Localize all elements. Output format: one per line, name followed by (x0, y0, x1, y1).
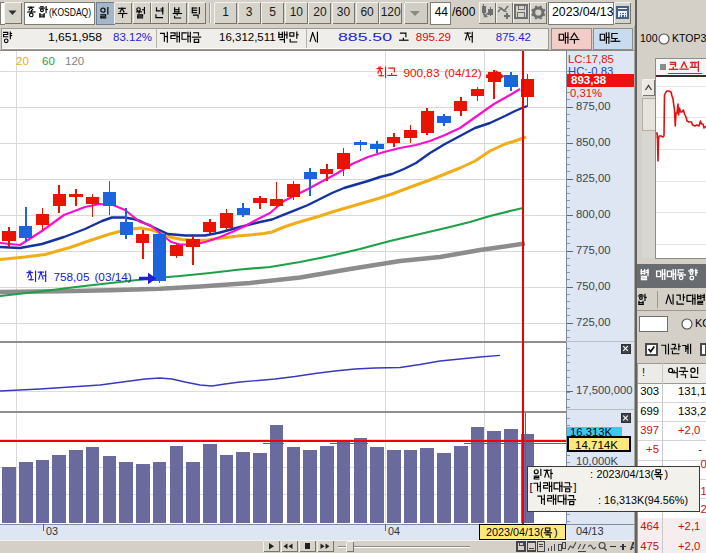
svg-text:120: 120 (65, 55, 84, 67)
svg-text:44: 44 (435, 5, 449, 19)
svg-text:+2,1: +2,1 (678, 520, 700, 532)
svg-text:20: 20 (16, 55, 29, 67)
svg-text:725,00: 725,00 (576, 316, 611, 328)
svg-text:750,00: 750,00 (576, 280, 611, 292)
svg-text:60: 60 (360, 5, 374, 19)
svg-text:825,00: 825,00 (576, 172, 611, 184)
svg-text:20: 20 (313, 5, 327, 19)
svg-text:0,31%: 0,31% (570, 87, 602, 99)
svg-text:895.29: 895.29 (416, 31, 451, 43)
svg-text:(04/12): (04/12) (444, 66, 481, 80)
svg-text:1: 1 (701, 485, 706, 497)
svg-text:!: ! (642, 366, 645, 378)
svg-text:2023/04/13(: 2023/04/13( (486, 526, 544, 538)
svg-text:2023/04/13: 2023/04/13 (552, 5, 614, 19)
svg-text:775,00: 775,00 (576, 244, 611, 256)
svg-text:0: 0 (701, 458, 706, 470)
svg-text::: : (590, 468, 593, 480)
svg-text:10: 10 (290, 5, 304, 19)
svg-text:850,00: 850,00 (576, 136, 611, 148)
svg-text:16,312,511: 16,312,511 (219, 31, 276, 43)
svg-text:-: - (698, 443, 702, 455)
svg-text:): ) (554, 526, 558, 538)
svg-text:+5: +5 (646, 443, 659, 455)
svg-text:]: ] (574, 481, 577, 493)
svg-text:04: 04 (388, 525, 400, 537)
svg-text:(KOSDAQ): (KOSDAQ) (49, 6, 91, 18)
svg-text:10,000K: 10,000K (576, 455, 619, 467)
svg-text:(03/14): (03/14) (94, 270, 131, 284)
svg-text:397: 397 (640, 424, 659, 436)
svg-text:900,83: 900,83 (403, 66, 440, 80)
svg-text:83.12%: 83.12% (113, 31, 152, 43)
svg-text:/600: /600 (452, 5, 476, 19)
svg-text:2023/04/13(: 2023/04/13( (597, 468, 655, 480)
svg-text:758,05: 758,05 (53, 270, 90, 284)
svg-text:1: 1 (222, 5, 229, 19)
svg-text:133,2: 133,2 (678, 405, 706, 417)
svg-text:100: 100 (640, 32, 658, 44)
svg-text:+2,0: +2,0 (678, 540, 700, 552)
svg-text:14,714K: 14,714K (575, 439, 618, 451)
svg-text:30: 30 (337, 5, 351, 19)
svg-text:[: [ (530, 481, 533, 493)
svg-text:875.42: 875.42 (496, 31, 531, 43)
svg-text:04/13: 04/13 (576, 525, 604, 537)
svg-text::: : (598, 494, 601, 506)
svg-text:800,00: 800,00 (576, 208, 611, 220)
svg-text:1,651,958: 1,651,958 (48, 31, 102, 43)
svg-text:KTOP30: KTOP30 (672, 32, 706, 44)
svg-text:3: 3 (246, 5, 253, 19)
svg-text:2: 2 (701, 503, 706, 515)
svg-text:303: 303 (640, 385, 659, 397)
svg-text:17,500,000: 17,500,000 (576, 384, 633, 396)
svg-text:464: 464 (640, 520, 659, 532)
svg-text:885.50: 885.50 (338, 31, 392, 43)
svg-text:875,00: 875,00 (576, 100, 611, 112)
svg-text:5: 5 (269, 5, 276, 19)
svg-text:LC:17,85: LC:17,85 (568, 53, 614, 65)
svg-text:): ) (664, 468, 668, 480)
svg-text:16,313K(94.56%): 16,313K(94.56%) (604, 494, 688, 506)
svg-text:60: 60 (42, 55, 55, 67)
svg-text:475: 475 (640, 540, 659, 552)
svg-text:699: 699 (640, 405, 659, 417)
svg-text:131,1: 131,1 (678, 385, 706, 397)
svg-text:+2,0: +2,0 (678, 424, 700, 436)
svg-text:120: 120 (381, 5, 401, 19)
svg-text:03: 03 (46, 525, 58, 537)
svg-text:893,38: 893,38 (571, 74, 607, 86)
svg-text:KO: KO (695, 317, 706, 329)
